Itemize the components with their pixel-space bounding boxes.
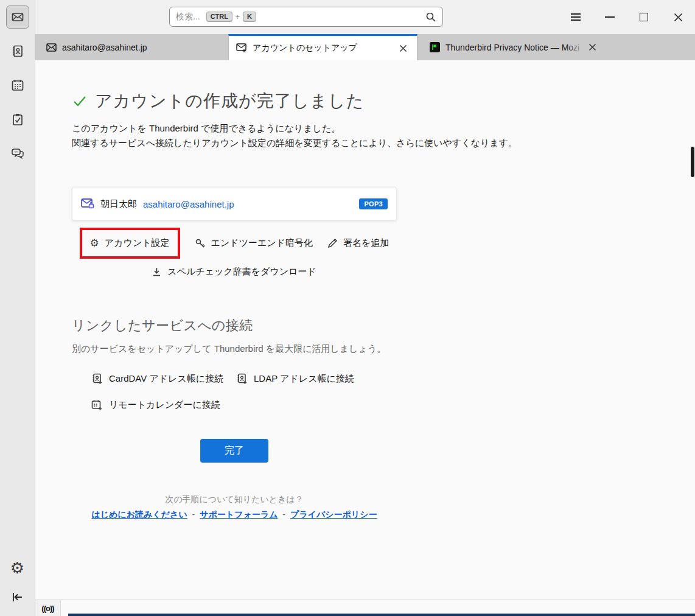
tab-label-fade — [565, 34, 585, 60]
tutorial-highlight-rectangle: ⚙ アカウント設定 — [80, 228, 180, 259]
sidebar-item-tasks[interactable] — [6, 108, 29, 131]
global-search-input[interactable]: 検索... CTRL + K — [169, 7, 443, 27]
end-to-end-encryption-button[interactable]: エンドツーエンド暗号化 — [195, 237, 313, 249]
account-display-name: 朝日太郎 — [100, 198, 137, 210]
k-keycap: K — [243, 12, 256, 22]
mail-setup-icon — [236, 43, 247, 53]
gear-icon: ⚙ — [90, 238, 99, 248]
account-email-link[interactable]: asahitaro@asahinet.jp — [143, 199, 234, 209]
account-mail-lock-icon — [81, 198, 94, 210]
connect-ldap-link[interactable]: LDAP アドレス帳に接続 — [236, 373, 354, 385]
sidebar-item-settings[interactable]: ⚙ — [6, 556, 29, 579]
privacy-policy-link[interactable]: プライバシーポリシー — [290, 509, 377, 519]
download-dictionary-link[interactable]: スペルチェック辞書をダウンロード — [152, 266, 316, 278]
account-settings-button[interactable]: ⚙ アカウント設定 — [90, 237, 170, 249]
link-separator: - — [192, 509, 195, 519]
network-status-icon[interactable]: ((o)) — [35, 600, 61, 616]
service-link-label: CardDAV アドレス帳に接続 — [109, 373, 223, 385]
tasks-icon — [11, 113, 24, 126]
connect-remote-calendar-link[interactable]: リモートカレンダーに接続 — [91, 399, 236, 411]
action-label: アカウント設定 — [105, 237, 170, 249]
pencil-icon — [327, 238, 338, 248]
hamburger-icon — [570, 13, 581, 21]
setup-footer: 次の手順について知りたいときは？ はじめにお読みください - サポートフォーラム… — [72, 494, 397, 520]
getting-started-link[interactable]: はじめにお読みください — [91, 509, 187, 519]
tab-bar: asahitaro@asahinet.jp アカウントのセットアップ Thund… — [35, 34, 695, 60]
sidebar-item-chat[interactable] — [6, 142, 29, 165]
intro-line: 関連するサービスへ接続したりアカウント設定の詳細を変更することにより、さらに使い… — [72, 136, 397, 150]
service-link-label: LDAP アドレス帳に接続 — [254, 373, 354, 385]
unified-toolbar: 検索... CTRL + K — [35, 0, 695, 34]
tab-privacy-notice[interactable]: Thunderbird Privacy Notice — Mozi — [422, 34, 606, 60]
spaces-toolbar: ⚙ — [0, 0, 35, 616]
address-book-icon — [11, 44, 24, 58]
collapse-arrow-icon — [11, 590, 24, 604]
calendar-icon — [11, 79, 24, 92]
add-signature-button[interactable]: 署名を追加 — [327, 237, 389, 249]
tab-mail-account[interactable]: asahitaro@asahinet.jp — [39, 34, 228, 60]
finish-button[interactable]: 完了 — [200, 439, 268, 463]
account-setup-pane: アカウントの作成が完了しました このアカウントを Thunderbird で使用… — [35, 60, 695, 600]
linked-services-title: リンクしたサービスへの接続 — [72, 317, 397, 335]
tab-account-setup[interactable]: アカウントのセットアップ — [228, 34, 417, 60]
mail-icon — [46, 43, 57, 52]
minimize-icon — [605, 16, 615, 18]
footer-question: 次の手順について知りたいときは？ — [72, 494, 397, 505]
account-card: 朝日太郎 asahitaro@asahinet.jp POP3 — [72, 187, 397, 221]
maximize-button[interactable] — [627, 5, 661, 29]
sidebar-item-mail[interactable] — [6, 5, 29, 29]
key-icon — [195, 238, 206, 249]
collapse-sidebar-button[interactable] — [6, 586, 29, 609]
calendar-add-icon — [91, 399, 103, 411]
address-book-add-icon — [236, 373, 248, 385]
taskbar-edge — [68, 614, 695, 616]
privacy-flag-favicon — [430, 42, 440, 52]
account-actions-row: ⚙ アカウント設定 エンドツーエンド暗号化 署名を追加 — [72, 228, 397, 259]
intro-line: このアカウントを Thunderbird で使用できるようになりました。 — [72, 121, 397, 136]
action-label: 署名を追加 — [343, 237, 389, 249]
search-icon — [425, 12, 436, 23]
success-check-icon — [72, 93, 88, 109]
download-icon — [152, 267, 161, 276]
window-controls — [559, 0, 695, 34]
address-book-add-icon — [91, 373, 103, 385]
chat-icon — [10, 146, 25, 161]
vertical-scrollbar[interactable] — [691, 147, 694, 177]
tab-label: asahitaro@asahinet.jp — [62, 43, 221, 52]
linked-services-subtitle: 別のサービスをセットアップして Thunderbird を最大限に活用しましょう… — [72, 343, 397, 355]
action-label: エンドツーエンド暗号化 — [211, 237, 313, 249]
search-placeholder: 検索... — [176, 12, 200, 23]
sidebar-item-address-book[interactable] — [6, 40, 29, 63]
tab-label: Thunderbird Privacy Notice — Mozi — [445, 43, 581, 52]
gear-icon: ⚙ — [10, 560, 24, 576]
connect-carddav-link[interactable]: CardDAV アドレス帳に接続 — [91, 373, 236, 385]
maximize-icon — [640, 13, 648, 21]
mail-icon — [11, 10, 24, 24]
protocol-badge: POP3 — [359, 198, 388, 209]
support-forum-link[interactable]: サポートフォーラム — [200, 509, 278, 519]
sidebar-item-calendar[interactable] — [6, 74, 29, 97]
tab-label: アカウントのセットアップ — [253, 43, 391, 54]
close-tab-icon[interactable] — [397, 42, 410, 55]
page-title: アカウントの作成が完了しました — [95, 89, 364, 113]
thunderbird-window: ⚙ 検索... CTRL + K — [0, 0, 695, 616]
link-separator: - — [282, 509, 285, 519]
minimize-button[interactable] — [593, 5, 627, 29]
ctrl-keycap: CTRL — [206, 12, 232, 22]
download-dictionary-label: スペルチェック辞書をダウンロード — [167, 266, 316, 278]
keycap-plus: + — [236, 13, 240, 21]
app-menu-button[interactable] — [559, 5, 593, 29]
close-button[interactable] — [661, 5, 695, 29]
service-link-label: リモートカレンダーに接続 — [109, 399, 220, 411]
close-tab-icon[interactable] — [586, 41, 599, 54]
linked-services-section: リンクしたサービスへの接続 別のサービスをセットアップして Thunderbir… — [72, 317, 397, 411]
close-icon — [674, 13, 683, 22]
